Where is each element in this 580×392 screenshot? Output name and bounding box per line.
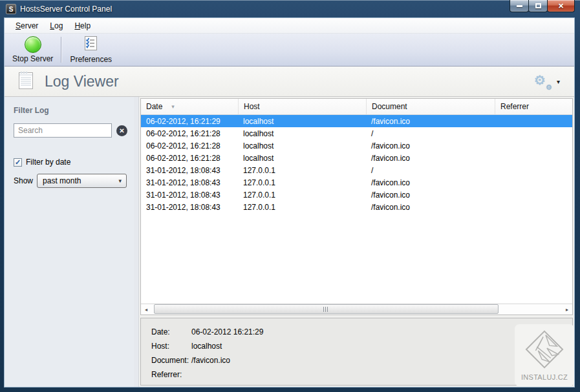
cell-date: 06-02-2012, 16:21:29 <box>141 117 238 126</box>
sort-desc-icon: ▾ <box>171 103 175 110</box>
cell-document: / <box>366 129 495 138</box>
gear-icon: ⚙ ⚙ <box>534 74 551 89</box>
app-window: S HostsServer Control Panel ✕ Server Log… <box>0 0 580 392</box>
client-area: Server Log Help Stop Server <box>5 18 574 387</box>
page-header: Log Viewer ⚙ ⚙ ▾ <box>5 67 574 97</box>
detail-host-label: Host: <box>151 342 191 351</box>
menubar: Server Log Help <box>5 18 574 34</box>
page-title: Log Viewer <box>45 73 534 90</box>
column-header-document[interactable]: Document <box>366 99 495 114</box>
cell-host: 127.0.0.1 <box>238 166 366 175</box>
chevron-down-icon: ▾ <box>557 78 560 85</box>
cell-date: 31-01-2012, 18:08:43 <box>141 203 238 212</box>
search-row: ✕ <box>14 123 127 138</box>
search-input[interactable] <box>14 123 112 138</box>
cell-host: localhost <box>238 129 366 138</box>
menu-help[interactable]: Help <box>69 19 96 32</box>
cell-document: /favicon.ico <box>366 154 495 163</box>
horizontal-scrollbar[interactable]: ◂ ▸ <box>141 304 572 315</box>
scroll-left-button[interactable]: ◂ <box>141 304 151 315</box>
table-row[interactable]: 31-01-2012, 18:08:43 127.0.0.1 / <box>141 164 572 176</box>
menu-server[interactable]: Server <box>10 19 44 32</box>
detail-document-label: Document: <box>151 356 191 366</box>
server-running-icon <box>25 36 41 53</box>
checkbox-checked-icon: ✓ <box>14 158 22 167</box>
sidebar-title: Filter Log <box>14 106 127 115</box>
menu-log[interactable]: Log <box>44 19 69 32</box>
table-row[interactable]: 31-01-2012, 18:08:43 127.0.0.1 /favicon.… <box>141 176 572 189</box>
cell-date: 31-01-2012, 18:08:43 <box>141 178 238 187</box>
titlebar[interactable]: S HostsServer Control Panel ✕ <box>0 0 580 18</box>
cell-host: 127.0.0.1 <box>238 178 366 187</box>
instaluj-watermark: INSTALUJ.CZ <box>515 324 574 386</box>
minimize-icon <box>517 5 522 7</box>
table-header: Date ▾ Host Document Referrer <box>141 99 572 115</box>
cell-date: 06-02-2012, 16:21:28 <box>141 141 238 150</box>
column-header-date[interactable]: Date ▾ <box>141 99 238 114</box>
scrollbar-grip-icon <box>323 307 329 312</box>
column-header-host[interactable]: Host <box>238 99 366 114</box>
maximize-icon <box>535 3 541 8</box>
column-header-referrer[interactable]: Referrer <box>495 99 572 114</box>
detail-panel: Date: 06-02-2012 16:21:29 Host: localhos… <box>140 318 573 386</box>
window-title: HostsServer Control Panel <box>20 5 112 14</box>
cell-date: 06-02-2012, 16:21:28 <box>141 129 238 138</box>
cell-host: 127.0.0.1 <box>238 203 366 212</box>
preferences-button[interactable]: Preferences <box>65 34 117 66</box>
cell-document: /favicon.ico <box>366 141 495 150</box>
stop-server-label: Stop Server <box>12 54 53 63</box>
date-range-select[interactable]: past month ▾ <box>37 174 127 188</box>
cell-document: /favicon.ico <box>366 178 495 187</box>
log-table: Date ▾ Host Document Referrer <box>140 98 573 315</box>
scrollbar-thumb[interactable] <box>154 304 499 314</box>
close-icon: ✕ <box>558 2 564 10</box>
watermark-text: INSTALUJ.CZ <box>521 373 568 381</box>
scroll-right-button[interactable]: ▸ <box>562 304 572 315</box>
toolbar-separator <box>61 37 62 63</box>
cell-date: 31-01-2012, 18:08:43 <box>141 191 238 200</box>
detail-date-label: Date: <box>151 327 191 337</box>
table-row[interactable]: 06-02-2012, 16:21:28 localhost /favicon.… <box>141 152 572 164</box>
table-row[interactable]: 06-02-2012, 16:21:28 localhost / <box>141 127 572 139</box>
filter-by-date-checkbox[interactable]: ✓ Filter by date <box>14 158 127 167</box>
app-icon: S <box>6 4 16 14</box>
table-row[interactable]: 31-01-2012, 18:08:43 127.0.0.1 /favicon.… <box>141 201 572 213</box>
detail-referrer-row: Referrer: <box>151 370 572 380</box>
clear-icon: ✕ <box>119 127 124 134</box>
content: Filter Log ✕ ✓ Filter by date Show <box>5 97 574 387</box>
cell-document: /favicon.ico <box>366 117 495 126</box>
table-row[interactable]: 06-02-2012, 16:21:29 localhost /favicon.… <box>141 115 572 127</box>
log-viewer-icon <box>17 70 34 93</box>
show-label: Show <box>14 176 33 185</box>
table-body: 06-02-2012, 16:21:29 localhost /favicon.… <box>141 115 572 304</box>
close-button[interactable]: ✕ <box>547 0 575 12</box>
caption-buttons: ✕ <box>510 0 575 12</box>
instaluj-logo-icon <box>524 329 564 372</box>
toolbar: Stop Server Preferences <box>5 34 574 67</box>
filter-sidebar: Filter Log ✕ ✓ Filter by date Show <box>5 97 134 387</box>
detail-document-row: Document: /favicon.ico <box>151 356 572 366</box>
cell-host: 127.0.0.1 <box>238 191 366 200</box>
splitter[interactable] <box>134 97 139 387</box>
clear-search-button[interactable]: ✕ <box>116 125 127 136</box>
maximize-button[interactable] <box>528 0 548 12</box>
cell-host: localhost <box>238 141 366 150</box>
scrollbar-track[interactable] <box>151 304 562 315</box>
minimize-button[interactable] <box>510 0 529 12</box>
app-icon-letter: S <box>9 6 14 13</box>
date-range-value: past month <box>43 176 81 185</box>
stop-server-button[interactable]: Stop Server <box>7 34 58 66</box>
cell-document: /favicon.ico <box>366 203 495 212</box>
settings-menu-button[interactable]: ⚙ ⚙ ▾ <box>534 74 560 89</box>
filter-by-date-label: Filter by date <box>26 158 70 167</box>
show-row: Show past month ▾ <box>14 174 127 188</box>
table-row[interactable]: 31-01-2012, 18:08:43 127.0.0.1 /favicon.… <box>141 189 572 201</box>
cell-host: localhost <box>238 117 366 126</box>
combo-arrow-icon: ▾ <box>119 178 122 184</box>
cell-date: 31-01-2012, 18:08:43 <box>141 166 238 175</box>
preferences-label: Preferences <box>70 55 112 64</box>
detail-date-row: Date: 06-02-2012 16:21:29 <box>151 327 572 337</box>
cell-document: /favicon.ico <box>366 191 495 200</box>
table-row[interactable]: 06-02-2012, 16:21:28 localhost /favicon.… <box>141 139 572 152</box>
main-panel: Date ▾ Host Document Referrer <box>139 97 574 387</box>
